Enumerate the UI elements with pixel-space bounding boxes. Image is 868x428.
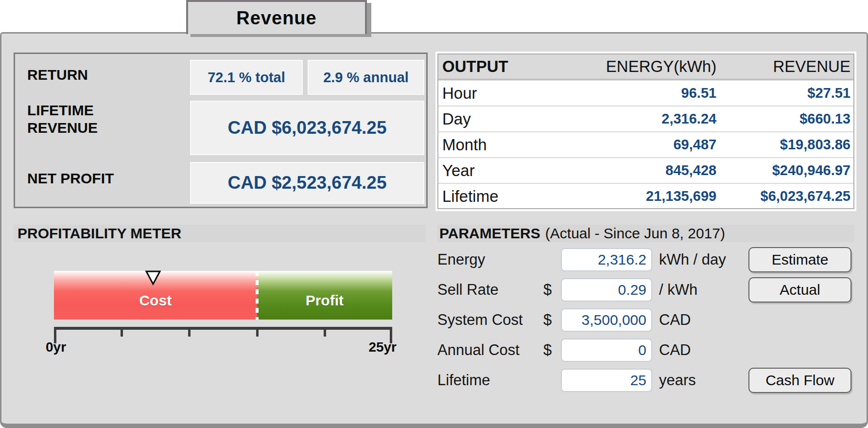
param-unit: CAD xyxy=(659,311,691,329)
row-label: Lifetime xyxy=(438,187,563,206)
profitability-meter-bar: Cost Profit xyxy=(54,271,392,320)
param-unit: CAD xyxy=(659,341,691,359)
tab-revenue[interactable]: Revenue xyxy=(186,0,367,34)
net-profit-value: CAD $2,523,674.25 xyxy=(190,162,424,204)
row-energy: 21,135,699 xyxy=(563,188,716,204)
cash-flow-button[interactable]: Cash Flow xyxy=(748,368,851,393)
parameters-title-band: PARAMETERS (Actual - Since Jun 8, 2017) xyxy=(437,225,854,242)
meter-breakeven-divider xyxy=(256,271,259,320)
currency-symbol: $ xyxy=(543,281,561,299)
meter-axis xyxy=(54,327,392,346)
lifetime-input[interactable]: 25 xyxy=(561,369,652,392)
meter-cost-label: Cost xyxy=(139,292,172,309)
output-table: OUTPUT ENERGY(kWh) REVENUE Hour 96.51 $2… xyxy=(437,54,854,209)
energy-input[interactable]: 2,316.2 xyxy=(561,248,652,271)
lifetime-revenue-label: LIFETIME REVENUE xyxy=(27,102,120,137)
parameters-form: Energy 2,316.2 kWh / day Estimate Sell R… xyxy=(437,247,860,398)
parameters-title: PARAMETERS xyxy=(439,225,540,242)
table-row-month: Month 69,487 $19,803.86 xyxy=(438,131,853,157)
net-profit-label: NET PROFIT xyxy=(27,170,114,187)
meter-profit-segment: Profit xyxy=(257,271,392,320)
revenue-header-label: REVENUE xyxy=(716,57,853,76)
table-row-day: Day 2,316.24 $660.13 xyxy=(438,106,853,131)
param-row-lifetime: Lifetime 25 years Cash Flow xyxy=(437,368,860,393)
system-cost-input[interactable]: 3,500,000 xyxy=(561,308,652,332)
currency-symbol: $ xyxy=(543,311,561,329)
actual-button[interactable]: Actual xyxy=(748,277,851,303)
param-row-energy: Energy 2,316.2 kWh / day Estimate xyxy=(437,247,860,272)
meter-start-label: 0yr xyxy=(46,339,66,355)
param-row-sell-rate: Sell Rate $ 0.29 / kWh Actual xyxy=(437,277,860,303)
param-label: Energy xyxy=(437,251,543,268)
axis-tick xyxy=(324,327,326,337)
row-label: Year xyxy=(438,161,563,180)
output-header-label: OUTPUT xyxy=(438,57,563,76)
param-label: Lifetime xyxy=(437,372,543,389)
axis-tick xyxy=(121,327,123,337)
row-revenue: $660.13 xyxy=(716,111,853,127)
meter-end-label: 25yr xyxy=(360,339,397,355)
return-label: RETURN xyxy=(27,66,88,84)
row-revenue: $19,803.86 xyxy=(716,137,853,153)
currency-symbol: $ xyxy=(543,341,561,359)
param-unit: kWh / day xyxy=(659,251,726,268)
parameters-subtitle: (Actual - Since Jun 8, 2017) xyxy=(545,225,725,242)
param-label: Sell Rate xyxy=(437,281,543,299)
row-label: Day xyxy=(438,110,563,128)
param-unit: years xyxy=(659,372,696,389)
summary-panel: RETURN 72.1 % total 2.9 % annual LIFETIM… xyxy=(14,53,428,208)
row-energy: 96.51 xyxy=(563,85,716,101)
tab-revenue-label: Revenue xyxy=(236,8,316,29)
row-energy: 845,428 xyxy=(563,162,716,178)
axis-tick xyxy=(188,327,191,337)
param-label: System Cost xyxy=(437,311,543,329)
sell-rate-input[interactable]: 0.29 xyxy=(561,278,652,302)
meter-position-marker-icon xyxy=(145,270,161,287)
row-revenue: $6,023,674.25 xyxy=(716,188,853,204)
output-table-header: OUTPUT ENERGY(kWh) REVENUE xyxy=(438,54,853,80)
return-total-value: 72.1 % total xyxy=(190,60,303,95)
row-revenue: $240,946.97 xyxy=(716,162,853,178)
param-row-system-cost: System Cost $ 3,500,000 CAD xyxy=(437,307,860,333)
table-row-year: Year 845,428 $240,946.97 xyxy=(438,157,853,183)
table-row-lifetime: Lifetime 21,135,699 $6,023,674.25 xyxy=(438,183,853,209)
meter-axis-line xyxy=(54,327,392,330)
row-energy: 2,316.24 xyxy=(563,111,716,127)
row-revenue: $27.51 xyxy=(716,85,853,101)
axis-tick xyxy=(256,327,259,337)
row-label: Hour xyxy=(438,84,563,103)
param-unit: / kWh xyxy=(659,281,697,299)
param-label: Annual Cost xyxy=(437,341,543,359)
param-row-annual-cost: Annual Cost $ 0 CAD xyxy=(437,338,860,363)
meter-profit-label: Profit xyxy=(306,292,344,309)
profitability-meter-title: PROFITABILITY METER xyxy=(14,225,426,242)
row-label: Month xyxy=(438,136,563,154)
energy-header-label: ENERGY(kWh) xyxy=(563,57,716,76)
annual-cost-input[interactable]: 0 xyxy=(561,339,652,362)
row-energy: 69,487 xyxy=(563,137,716,153)
table-row-hour: Hour 96.51 $27.51 xyxy=(438,80,853,106)
lifetime-revenue-value: CAD $6,023,674.25 xyxy=(190,101,424,155)
estimate-button[interactable]: Estimate xyxy=(748,247,851,272)
return-annual-value: 2.9 % annual xyxy=(308,60,424,95)
